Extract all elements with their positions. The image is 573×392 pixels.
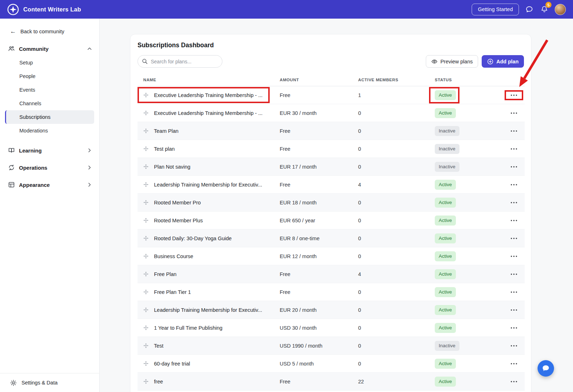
- plan-name: 60-day free trial: [154, 361, 190, 367]
- drag-handle-icon[interactable]: [143, 128, 149, 134]
- drag-handle-icon[interactable]: [143, 146, 149, 151]
- row-actions-menu-button[interactable]: [507, 181, 520, 188]
- status-badge: Inactive: [435, 341, 459, 351]
- drag-handle-icon[interactable]: [143, 289, 149, 295]
- sidebar-item-channels[interactable]: Channels: [5, 97, 94, 110]
- plan-amount: Free: [280, 86, 358, 104]
- plan-name: Rooted Member Pro: [154, 200, 201, 205]
- status-badge: Inactive: [435, 162, 459, 172]
- row-actions-menu-button[interactable]: [507, 163, 520, 170]
- drag-handle-icon[interactable]: [143, 200, 149, 205]
- sidebar-section-community[interactable]: Community: [8, 45, 93, 52]
- row-actions-menu-button[interactable]: [507, 271, 520, 278]
- subscriptions-card: Subscriptions Dashboard Preview plans: [130, 34, 531, 392]
- row-actions-menu-button[interactable]: [507, 253, 520, 260]
- row-actions-menu-button[interactable]: [507, 289, 520, 296]
- appearance-label: Appearance: [19, 182, 86, 188]
- plan-amount: EUR 8 / one-time: [280, 229, 358, 247]
- messages-icon[interactable]: [525, 5, 534, 14]
- status-badge: Active: [435, 108, 456, 118]
- table-row[interactable]: Leadership Training Membership for Execu…: [138, 176, 525, 194]
- plan-active-members: 0: [358, 104, 435, 122]
- table-row[interactable]: Test plan Free 0 Inactive: [138, 140, 525, 158]
- row-actions-menu-button[interactable]: [507, 127, 520, 135]
- plan-amount: USD 30 / month: [280, 319, 358, 337]
- status-badge: Active: [435, 251, 456, 261]
- row-actions-menu-button[interactable]: [507, 92, 520, 99]
- table-row[interactable]: Rooted Member Plus EUR 650 / year 0 Acti…: [138, 212, 525, 229]
- row-actions-menu-button[interactable]: [507, 360, 520, 367]
- sidebar-item-events[interactable]: Events: [5, 83, 94, 97]
- status-badge: Active: [435, 216, 456, 226]
- row-actions-menu-button[interactable]: [507, 235, 520, 242]
- row-actions-menu-button[interactable]: [507, 324, 520, 331]
- sidebar-item-moderations[interactable]: Moderations: [5, 124, 94, 137]
- row-actions-menu-button[interactable]: [507, 217, 520, 224]
- preview-plans-button[interactable]: Preview plans: [426, 55, 478, 68]
- add-plan-button[interactable]: Add plan: [482, 55, 524, 68]
- drag-handle-icon[interactable]: [143, 307, 149, 313]
- drag-handle-icon[interactable]: [143, 92, 149, 98]
- back-to-community-link[interactable]: ← Back to community: [10, 28, 91, 35]
- row-actions-menu-button[interactable]: [507, 145, 520, 153]
- chat-launcher-button[interactable]: [538, 360, 554, 377]
- sidebar-section-learning[interactable]: Learning: [8, 145, 93, 155]
- row-actions-menu-button[interactable]: [507, 110, 520, 117]
- table-row[interactable]: 60-day free trial USD 5 / month 0 Active: [138, 355, 525, 373]
- drag-handle-icon[interactable]: [143, 110, 149, 116]
- row-actions-menu-button[interactable]: [507, 306, 520, 314]
- drag-handle-icon[interactable]: [143, 325, 149, 330]
- settings-and-data-link[interactable]: Settings & Data: [0, 373, 99, 392]
- drag-handle-icon[interactable]: [143, 343, 149, 348]
- search-input[interactable]: [138, 55, 222, 68]
- table-row[interactable]: Free Plan Tier 1 Free 0 Active: [138, 283, 525, 301]
- table-row[interactable]: 1 Year to Full Time Publishing USD 30 / …: [138, 319, 525, 337]
- drag-handle-icon[interactable]: [143, 164, 149, 169]
- table-row[interactable]: Rooted Member Pro EUR 18 / month 0 Activ…: [138, 194, 525, 212]
- sidebar-section-operations[interactable]: Operations: [8, 163, 93, 173]
- ellipsis-icon: [511, 309, 517, 311]
- sidebar-item-subscriptions[interactable]: Subscriptions: [5, 110, 94, 124]
- drag-handle-icon[interactable]: [143, 253, 149, 259]
- table-row[interactable]: Team Plan Free 0 Inactive: [138, 122, 525, 140]
- plan-name: Leadership Training Membership for Execu…: [154, 182, 262, 188]
- drag-handle-icon[interactable]: [143, 218, 149, 223]
- drag-handle-icon[interactable]: [143, 361, 149, 366]
- chat-bubble-icon: [541, 364, 550, 373]
- drag-handle-icon[interactable]: [143, 182, 149, 187]
- drag-handle-icon[interactable]: [143, 236, 149, 241]
- table-row[interactable]: free Free 22 Active: [138, 373, 525, 391]
- table-row[interactable]: Free Plan Free 4 Active: [138, 265, 525, 283]
- status-badge: Active: [435, 269, 456, 279]
- drag-handle-icon[interactable]: [143, 271, 149, 277]
- drag-handle-icon[interactable]: [143, 379, 149, 384]
- sidebar-item-people[interactable]: People: [5, 69, 94, 83]
- row-actions-menu-button[interactable]: [507, 378, 520, 385]
- plan-active-members: 0: [358, 194, 435, 212]
- plan-name: 1 Year to Full Time Publishing: [154, 325, 222, 331]
- table-row[interactable]: Business Course EUR 12 / month 0 Active: [138, 247, 525, 265]
- table-row[interactable]: Executive Leadership Training Membership…: [138, 104, 525, 122]
- row-actions-menu-button[interactable]: [507, 342, 520, 349]
- table-row[interactable]: Executive Leadership Training Membership…: [138, 86, 525, 104]
- table-row[interactable]: Test USD 1990 / month 0 Inactive: [138, 337, 525, 355]
- table-row[interactable]: Rooted Daily: 30-Day Yoga Guide EUR 8 / …: [138, 229, 525, 247]
- user-avatar[interactable]: [555, 4, 566, 15]
- plan-active-members: 0: [358, 122, 435, 140]
- table-row[interactable]: Leadership Training Membership for Execu…: [138, 301, 525, 319]
- row-actions-menu-button[interactable]: [507, 199, 520, 206]
- status-badge: Active: [435, 180, 456, 190]
- sidebar-item-setup[interactable]: Setup: [5, 56, 94, 69]
- app-logo-icon[interactable]: [7, 4, 19, 15]
- appearance-icon: [8, 181, 15, 188]
- plan-amount: EUR 12 / month: [280, 247, 358, 265]
- column-header-actions: [503, 74, 525, 86]
- plan-name: Leadership Training Membership for Execu…: [154, 307, 262, 313]
- plan-name: Executive Leadership Training Membership…: [154, 110, 263, 116]
- sidebar-section-appearance[interactable]: Appearance: [8, 180, 93, 190]
- getting-started-button[interactable]: Getting Started: [472, 4, 519, 15]
- plan-active-members: 22: [358, 373, 435, 391]
- eye-icon: [431, 58, 438, 65]
- table-row[interactable]: Plan Not saving EUR 17 / month 0 Inactiv…: [138, 158, 525, 176]
- notifications-icon[interactable]: 5: [540, 5, 549, 14]
